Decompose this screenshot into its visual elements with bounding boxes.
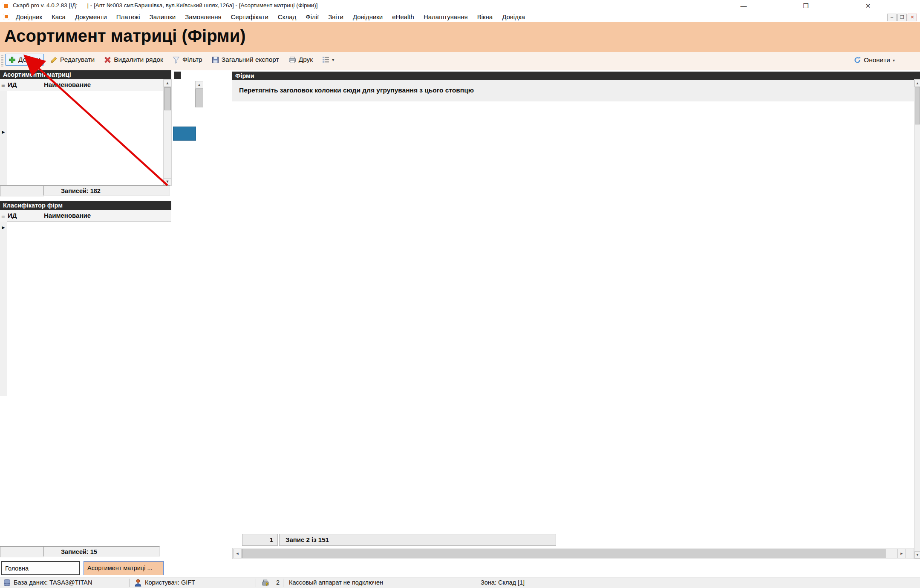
app-menu-icon	[3, 14, 9, 20]
window-titlebar: Скарб pro v. 4.0.2.83 [ІД: | - [Апт №003…	[0, 0, 920, 12]
tab-assortment-matrix[interactable]: Асортимент матриці ...	[84, 561, 164, 575]
matrices-col-name[interactable]: Наименование	[44, 81, 91, 88]
menu-item-4[interactable]: Залишки	[145, 12, 181, 20]
menu-item-12[interactable]: Налаштування	[419, 12, 473, 20]
app-logo-icon	[3, 3, 9, 9]
status-bar: База даних: TASA3@TITAN Користувач: GIFT…	[0, 577, 920, 588]
menu-item-14[interactable]: Довідка	[497, 12, 530, 20]
menu-item-11[interactable]: eHealth	[387, 12, 419, 20]
scroll-up-icon[interactable]: ▲	[914, 80, 920, 87]
scroll-up-icon[interactable]: ▲	[164, 80, 171, 87]
classifier-panel-header: Класифікатор фірм	[0, 201, 171, 210]
scrollbar-thumb[interactable]	[164, 87, 171, 110]
firms-grid-rows	[232, 113, 914, 533]
delete-row-button[interactable]: Видалити рядок	[101, 54, 166, 65]
page-title-band: Асортимент матриці (Фірми)	[0, 22, 920, 52]
scroll-right-icon[interactable]: ►	[897, 549, 906, 558]
cash-register-icon	[262, 579, 270, 587]
minimize-button[interactable]: —	[736, 1, 751, 11]
status-cash-register: Кассовый аппарат не подключен	[289, 579, 383, 586]
close-button[interactable]: ✕	[861, 1, 875, 11]
restore-button[interactable]: ❐	[799, 1, 813, 11]
layout-list-button[interactable]: ▾	[319, 55, 337, 65]
print-button[interactable]: Друк	[286, 54, 316, 65]
window-title: Скарб pro v. 4.0.2.83 [ІД: | - [Апт №003…	[13, 2, 318, 9]
firms-grid-footer: 1 Запис 2 із 151	[232, 533, 914, 547]
list-icon	[322, 56, 329, 63]
matrices-row-gutter: ►	[0, 91, 7, 185]
status-separator	[256, 579, 256, 587]
user-icon	[135, 579, 141, 587]
status-separator	[474, 579, 474, 587]
splitter-handle[interactable]	[173, 127, 196, 141]
app-window: Скарб pro v. 4.0.2.83 [ІД: | - [Апт №003…	[0, 0, 920, 588]
classifier-col-name[interactable]: Наименование	[44, 212, 91, 219]
menu-item-9[interactable]: Звіти	[323, 12, 348, 20]
classifier-footer-spacer	[0, 546, 44, 557]
database-icon	[3, 579, 11, 587]
matrices-footer-spacer	[0, 185, 44, 196]
status-zone: Зона: Склад [1]	[481, 579, 525, 586]
checked-count: 1	[242, 534, 278, 546]
refresh-icon	[854, 56, 861, 64]
pencil-icon	[50, 56, 58, 63]
menu-item-7[interactable]: Склад	[273, 12, 301, 20]
floppy-icon	[212, 56, 219, 63]
menu-item-0[interactable]: Довідник	[11, 12, 47, 20]
scroll-down-icon[interactable]: ▼	[164, 178, 171, 185]
classifier-column-headers: ≡ ИД Наименование	[0, 210, 171, 222]
menu-item-1[interactable]: Каса	[47, 12, 70, 20]
group-by-band[interactable]: Перетягніть заголовок колонки сюди для у…	[232, 80, 920, 101]
firms-hscrollbar[interactable]: ◄ ►	[232, 548, 914, 559]
toolbar-grip[interactable]	[1, 55, 3, 67]
page-title: Асортимент матриці (Фірми)	[4, 26, 246, 46]
menu-item-10[interactable]: Довідники	[348, 12, 387, 20]
firms-header-grip	[174, 72, 181, 79]
add-button[interactable]: Додати	[5, 54, 44, 66]
scroll-left-icon[interactable]: ◄	[233, 549, 242, 558]
delete-x-icon	[104, 56, 111, 63]
inner-scroll-up-icon[interactable]: ▲	[195, 81, 203, 89]
matrices-col-id[interactable]: ИД	[8, 81, 17, 88]
menu-item-13[interactable]: Вікна	[473, 12, 498, 20]
classifier-record-count: Записей: 15	[43, 546, 160, 556]
current-row-marker: ►	[1, 225, 6, 231]
menu-item-3[interactable]: Платежі	[112, 12, 145, 20]
firms-panel-title: Фірми	[232, 72, 254, 81]
menu-bar: ДовідникКасаДокументиПлатежіЗалишкиЗамов…	[0, 12, 920, 23]
edit-button[interactable]: Редагувати	[47, 54, 98, 65]
firms-vscrollbar[interactable]: ▲ ▼	[914, 79, 920, 559]
toolbar: Додати Редагувати Видалити рядок Фільтр …	[0, 52, 920, 70]
refresh-button[interactable]: Оновити ▾	[851, 55, 898, 66]
grip-icon: ≡	[1, 212, 5, 219]
current-row-marker: ►	[1, 129, 6, 135]
menu-item-2[interactable]: Документи	[70, 12, 112, 20]
matrices-panel-title: Асортиментні матриці	[0, 70, 71, 79]
plus-icon	[9, 56, 16, 63]
chevron-down-icon: ▾	[893, 58, 895, 63]
classifier-col-id[interactable]: ИД	[8, 212, 17, 219]
filter-button[interactable]: Фільтр	[170, 54, 205, 65]
tab-home[interactable]: Головна	[1, 561, 80, 575]
matrices-scrollbar[interactable]: ▲ ▼	[163, 79, 172, 186]
hscrollbar-thumb[interactable]	[242, 549, 885, 558]
menu-item-5[interactable]: Замовлення	[180, 12, 226, 20]
status-terminal-count: 2	[276, 579, 280, 586]
menu-item-8[interactable]: Філії	[301, 12, 323, 20]
mdi-close-button[interactable]: ✕	[908, 14, 917, 21]
matrices-panel-header: Асортиментні матриці	[0, 70, 171, 79]
status-user: Користувач: GIFT	[145, 579, 195, 586]
classifier-row-gutter: ►	[0, 222, 7, 396]
group-by-hint: Перетягніть заголовок колонки сюди для у…	[239, 86, 474, 94]
firms-grid-header	[232, 101, 914, 113]
mdi-restore-button[interactable]: ❐	[897, 14, 907, 21]
firms-panel-header: Фірми	[232, 72, 920, 80]
menu-item-6[interactable]: Сертифікати	[226, 12, 273, 20]
vscrollbar-thumb[interactable]	[915, 87, 920, 124]
inner-scrollbar-thumb[interactable]	[195, 89, 203, 107]
matrices-record-count: Записей: 182	[43, 185, 170, 196]
export-button[interactable]: Загальний експорт	[209, 54, 282, 65]
scroll-down-icon[interactable]: ▼	[914, 551, 920, 559]
mdi-minimize-button[interactable]: –	[887, 14, 897, 21]
status-database: База даних: TASA3@TITAN	[14, 579, 92, 586]
